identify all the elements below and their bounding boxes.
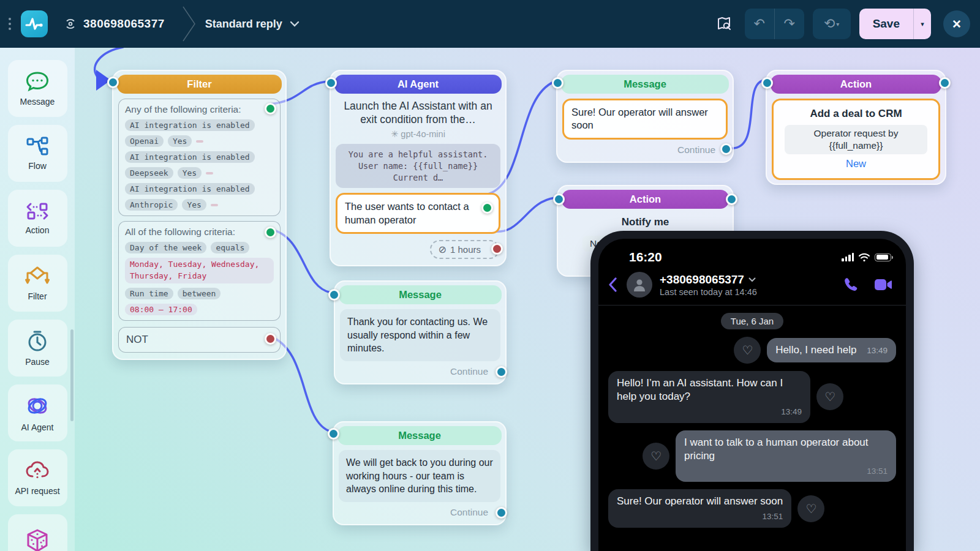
filter-node[interactable]: Filter Any of the following criteria: AI… [112, 70, 287, 360]
history-icon: ⟲ [824, 16, 835, 32]
criteria-value-time: 08:00 — 17:00 [125, 304, 197, 315]
input-port[interactable] [553, 193, 565, 205]
action-node-crm[interactable]: Action Add a deal to CRM Operator reques… [766, 70, 946, 185]
message-node-thanks[interactable]: Message Thank you for contacting us. We … [334, 280, 507, 384]
ai-agent-exit-condition[interactable]: The user wants to contact a human operat… [336, 193, 500, 234]
action-status-link[interactable]: New [780, 158, 932, 170]
heart-reaction-icon[interactable]: ♡ [643, 443, 669, 470]
sidebar-item-ai-agent[interactable]: AI Agent [8, 384, 67, 441]
close-editor-button[interactable]: ✕ [943, 10, 970, 37]
flow-name: Standard reply [205, 18, 282, 31]
chat-bubble[interactable]: Hello! I’m an AI assistant. How can I he… [608, 371, 810, 423]
sidebar-item-label: Flow [28, 161, 47, 171]
flow-name-dropdown[interactable]: Standard reply [205, 18, 300, 31]
sidebar-item-action[interactable]: Action [8, 190, 67, 247]
sidebar-scrollbar[interactable] [70, 329, 74, 421]
chat-bubble[interactable]: Hello, I need help 13:49 [767, 338, 896, 362]
app-menu-kebab-icon[interactable] [5, 14, 15, 34]
redo-button[interactable]: ↷ [775, 9, 804, 39]
bot-selector[interactable]: 380698065377 [64, 17, 165, 31]
filter-not-section[interactable]: NOT [118, 327, 281, 353]
dice-icon [26, 528, 49, 551]
empty-value-dash [211, 204, 218, 206]
message-node-operator[interactable]: Message Sure! Our operator will answer s… [556, 70, 734, 163]
sidebar-item-filter[interactable]: Filter [8, 255, 67, 312]
flow-tree-icon [25, 137, 50, 156]
criteria-tag: AI integration is enabled [125, 119, 255, 131]
criteria-value-tag: Yes [182, 199, 206, 211]
criteria-tag: Run time [125, 288, 173, 299]
chat-area: Tue, 6 Jan ♡ Hello, I need help 13:49 He… [598, 305, 906, 551]
criteria-tag: Deepseek [125, 167, 173, 179]
chat-bubble[interactable]: I want to talk to a human operator about… [676, 430, 896, 482]
continue-port[interactable] [720, 143, 732, 155]
sidebar-item-random[interactable] [8, 514, 67, 551]
output-port-any[interactable] [265, 103, 276, 114]
criteria-tag: AI integration is enabled [125, 151, 255, 163]
sidebar-item-flow[interactable]: Flow [8, 125, 67, 182]
message-text[interactable]: We will get back to you during our worki… [339, 450, 500, 502]
history-button[interactable]: ⟲ ▾ [813, 9, 851, 39]
continue-row: Continue [339, 361, 502, 380]
filter-any-section[interactable]: Any of the following criteria: AI integr… [118, 99, 281, 216]
sidebar-item-label: Pause [25, 357, 50, 367]
output-port-not[interactable] [265, 333, 276, 345]
sidebar-item-message[interactable]: Message [8, 60, 67, 117]
sidebar-item-pause[interactable]: Pause [8, 320, 67, 377]
undo-button[interactable]: ↶ [745, 9, 774, 39]
continue-port[interactable] [496, 366, 507, 378]
video-call-icon[interactable] [874, 278, 892, 291]
action-node-header: Action [562, 190, 729, 209]
criteria-operator-tag: between [178, 288, 221, 299]
output-port[interactable] [939, 77, 951, 89]
save-options-button[interactable]: ▾ [914, 9, 931, 39]
message-text[interactable]: Thank you for contacting us. We usually … [340, 309, 500, 361]
exit-condition-text: The user wants to contact a human operat… [345, 200, 491, 227]
phone-preview: 16:20 +380698065377 Last [590, 231, 914, 551]
call-icon[interactable] [843, 277, 858, 292]
avatar[interactable] [627, 272, 652, 298]
phone-screen: 16:20 +380698065377 Last [598, 239, 906, 551]
output-port-all[interactable] [265, 227, 276, 238]
map-overview-button[interactable] [712, 12, 736, 36]
message-node-header: Message [561, 75, 729, 94]
action-name: Notify me [562, 216, 729, 228]
ai-agent-system-prompt[interactable]: You are a helpful assistant. User name: … [336, 144, 500, 189]
ai-agent-node[interactable]: AI Agent Launch the AI Assistant with an… [330, 70, 507, 266]
chat-message-outgoing: ♡ Hello, I need help 13:49 [608, 337, 896, 364]
input-port[interactable] [552, 77, 564, 89]
ai-agent-node-header: AI Agent [334, 75, 502, 94]
input-port[interactable] [328, 289, 340, 301]
sidebar-item-api-request[interactable]: API request [8, 449, 67, 506]
criteria-tag: Anthropic [125, 199, 178, 211]
topbar: 380698065377 Standard reply ↶ ↷ ⟲ ▾ Save [0, 0, 980, 48]
exit-condition-port[interactable] [481, 202, 493, 214]
continue-port[interactable] [496, 507, 507, 519]
output-port[interactable] [726, 193, 737, 205]
ai-agent-timeout[interactable]: ⊘ 1 hours [430, 240, 499, 259]
node-title: Message [398, 430, 441, 441]
chat-bubble-time: 13:49 [617, 407, 802, 418]
filter-diamond-icon [24, 266, 50, 287]
heart-reaction-icon[interactable]: ♡ [734, 337, 761, 364]
input-port[interactable] [107, 77, 119, 88]
input-port[interactable] [325, 77, 337, 89]
input-port[interactable] [761, 77, 773, 89]
chat-bubble-time: 13:49 [867, 346, 888, 355]
action-crm-highlighted[interactable]: Add a deal to CRM Operator request by {{… [772, 99, 940, 180]
back-icon[interactable] [608, 277, 617, 292]
filter-all-section[interactable]: All of the following criteria: Day of th… [118, 221, 281, 321]
contact-info[interactable]: +380698065377 Last seen today at 14:46 [660, 273, 757, 297]
message-node-hours[interactable]: Message We will get back to you during o… [333, 421, 507, 525]
continue-label: Continue [677, 144, 715, 156]
action-name: Add a deal to CRM [780, 108, 932, 120]
timeout-port[interactable] [491, 243, 503, 255]
prohibited-icon: ⊘ [439, 244, 447, 255]
undo-redo-group: ↶ ↷ [745, 9, 804, 39]
chat-bubble[interactable]: Sure! Our operator will answer soon 13:5… [608, 489, 791, 527]
save-button[interactable]: Save [859, 9, 913, 39]
message-text-highlighted[interactable]: Sure! Our operator will answer soon [562, 99, 728, 140]
heart-reaction-icon[interactable]: ♡ [797, 495, 824, 522]
heart-reaction-icon[interactable]: ♡ [816, 383, 843, 410]
input-port[interactable] [328, 428, 339, 440]
